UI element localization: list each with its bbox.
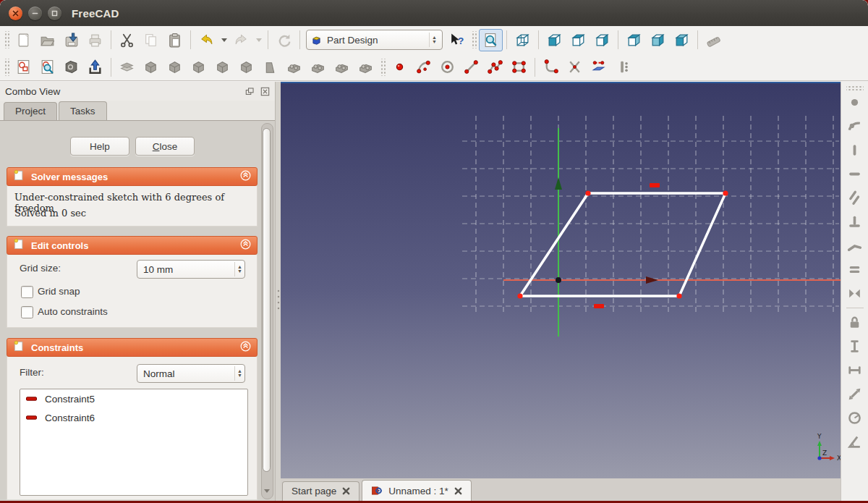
redo-button[interactable]	[229, 29, 253, 51]
close-tab-icon[interactable]	[342, 487, 350, 495]
open-document-button[interactable]	[35, 29, 59, 51]
constrain-vertical-distance-button[interactable]	[844, 334, 866, 358]
sketch-line-button[interactable]	[459, 56, 483, 78]
constrain-parallel-button[interactable]	[844, 186, 866, 210]
collapse-icon[interactable]	[239, 340, 252, 355]
chamfer-button[interactable]	[234, 56, 258, 78]
constrain-horizontal-button[interactable]	[844, 162, 866, 186]
window-maximize-button[interactable]	[48, 7, 61, 20]
panel-splitter[interactable]	[275, 82, 281, 501]
map-sketch-to-face-button[interactable]	[59, 56, 83, 78]
sketch-canvas[interactable]: YXZ	[281, 83, 841, 478]
scrollbar-down-arrow[interactable]	[264, 489, 270, 496]
sketch-circle-button[interactable]	[435, 56, 459, 78]
constraint-list-item[interactable]: Constraint6	[20, 408, 247, 427]
dock-close-button[interactable]	[260, 86, 271, 97]
paste-button[interactable]	[163, 29, 187, 51]
window-minimize-button[interactable]	[28, 7, 42, 20]
constrain-equal-button[interactable]	[844, 258, 866, 282]
solver-messages-header[interactable]: Solver messages	[7, 167, 258, 186]
constrain-coincident-button[interactable]	[844, 90, 866, 114]
edit-controls-header[interactable]: Edit controls	[7, 236, 258, 255]
mirrored-button[interactable]	[282, 56, 306, 78]
constraint-filter-combobox[interactable]: Normal ▲▼	[137, 364, 245, 383]
constrain-vertical-button[interactable]	[844, 138, 866, 162]
scrollbar-thumb[interactable]	[263, 128, 271, 472]
constraints-header[interactable]: Constraints	[7, 338, 258, 357]
collapse-icon[interactable]	[239, 169, 252, 185]
refresh-button[interactable]	[272, 29, 296, 51]
sketch-point-button[interactable]	[388, 56, 412, 78]
fit-all-button[interactable]	[479, 29, 503, 51]
cut-button[interactable]	[115, 29, 139, 51]
auto-constraints-checkbox[interactable]	[21, 306, 33, 318]
collapse-icon[interactable]	[239, 238, 252, 253]
dock-float-button[interactable]	[244, 86, 255, 97]
leave-sketch-button[interactable]	[83, 56, 107, 78]
grid-snap-checkbox[interactable]	[21, 286, 33, 298]
constrain-radius-button[interactable]	[844, 406, 866, 430]
whats-this-button[interactable]: ?	[445, 29, 469, 51]
constrain-lock-button[interactable]	[844, 310, 866, 334]
3d-viewport[interactable]: YXZ	[281, 83, 841, 478]
pocket-button[interactable]	[139, 56, 163, 78]
tasks-scrollbar[interactable]	[261, 123, 273, 499]
sketch-polyline-button[interactable]	[483, 56, 507, 78]
document-tab-unnamed-1-[interactable]: Unnamed : 1*	[362, 480, 472, 501]
pad-button[interactable]	[115, 56, 139, 78]
toolbar-grip[interactable]	[846, 85, 864, 90]
constrain-symmetric-button[interactable]	[844, 282, 866, 305]
constrain-angle-button[interactable]	[844, 430, 866, 454]
constrain-tangent-button[interactable]	[844, 234, 866, 258]
undo-button[interactable]	[195, 29, 218, 51]
draft-button[interactable]	[258, 56, 282, 78]
constrain-horizontal-distance-button[interactable]	[844, 358, 866, 382]
grid-size-spinbox[interactable]: 10 mm ▲▼	[137, 260, 245, 279]
window-close-button[interactable]	[9, 7, 22, 20]
copy-button[interactable]	[139, 29, 163, 51]
toolbar-grip[interactable]	[380, 59, 386, 76]
fillet-button[interactable]	[210, 56, 234, 78]
tab-tasks[interactable]: Tasks	[59, 101, 107, 120]
constrain-point-on-object-button[interactable]	[844, 114, 866, 138]
view-rear-button[interactable]	[622, 29, 646, 51]
sketch-arc-button[interactable]	[412, 56, 435, 78]
create-sketch-button[interactable]	[12, 56, 35, 78]
undo-menu-dropdown[interactable]	[218, 29, 229, 51]
document-tab-start-page[interactable]: Start page	[282, 481, 359, 501]
groove-button[interactable]	[187, 56, 210, 78]
save-document-button[interactable]	[59, 29, 83, 51]
view-left-button[interactable]	[670, 29, 694, 51]
spinner-arrows-icon[interactable]: ▲▼	[234, 366, 244, 381]
print-button[interactable]	[83, 29, 107, 51]
polar-pattern-button[interactable]	[330, 56, 354, 78]
sketch-fillet-button[interactable]	[539, 56, 563, 78]
toolbar-grip[interactable]	[471, 31, 477, 48]
revolution-button[interactable]	[163, 56, 187, 78]
constrain-perpendicular-button[interactable]	[844, 210, 866, 234]
sketch-rectangle-button[interactable]	[507, 56, 531, 78]
measure-distance-button[interactable]	[702, 29, 726, 51]
view-axonometric-button[interactable]	[511, 29, 535, 51]
view-bottom-button[interactable]	[646, 29, 670, 51]
close-task-button[interactable]: Close	[135, 137, 195, 156]
spinner-arrows-icon[interactable]: ▲▼	[234, 262, 244, 276]
workbench-selector[interactable]: Part Design▲▼	[306, 30, 443, 50]
view-front-button[interactable]	[542, 29, 566, 51]
linear-pattern-button[interactable]	[306, 56, 330, 78]
external-geometry-button[interactable]	[587, 56, 610, 78]
view-top-button[interactable]	[566, 29, 590, 51]
redo-menu-dropdown[interactable]	[253, 29, 264, 51]
help-button[interactable]: Help	[70, 137, 129, 156]
edit-sketch-button[interactable]	[35, 56, 59, 78]
constrain-distance-button[interactable]	[844, 382, 866, 406]
multi-transform-button[interactable]	[354, 56, 378, 78]
constraint-list-item[interactable]: Constraint5	[20, 389, 247, 408]
tab-project[interactable]: Project	[4, 102, 57, 120]
toolbar-grip[interactable]	[4, 59, 9, 76]
sketch-trim-button[interactable]	[563, 56, 587, 78]
toolbar-grip[interactable]	[4, 31, 9, 48]
new-document-button[interactable]	[12, 29, 35, 51]
close-tab-icon[interactable]	[454, 487, 462, 495]
view-right-button[interactable]	[590, 29, 614, 51]
